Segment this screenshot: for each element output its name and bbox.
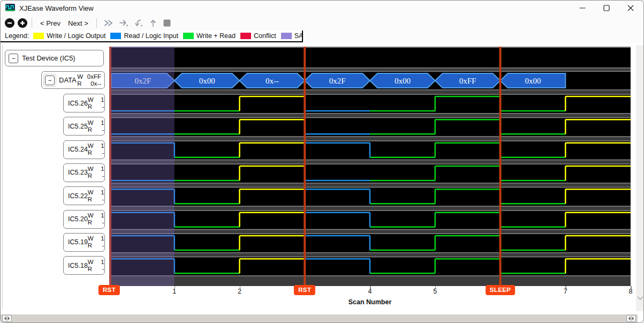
rst-marker-badge: RST	[99, 285, 120, 295]
h-resize-icon	[628, 316, 634, 321]
signal-label: IC5.19	[68, 238, 88, 246]
legend-bar: Legend: Write / Logic OutputRead / Logic…	[1, 31, 643, 43]
safe-scan-overlay	[109, 47, 175, 286]
axis-tick-label: 4	[362, 288, 378, 295]
fast-forward-icon[interactable]	[104, 19, 113, 27]
step-up-icon[interactable]	[149, 19, 157, 27]
signal-values: W1R-	[88, 235, 104, 249]
signal-box-IC5.24[interactable]: IC5.24W1R-	[63, 140, 105, 159]
collapse-device-button[interactable]: −	[9, 54, 18, 63]
signal-label: IC5.22	[68, 192, 88, 200]
close-button[interactable]	[618, 1, 642, 16]
bus-value: 0x2F	[329, 77, 346, 85]
signal-values: W1R-	[88, 119, 104, 133]
legend-item: SAFE scan	[281, 32, 303, 40]
axis-tick-label: 7	[557, 288, 573, 295]
legend-item-label: Write / Logic Output	[47, 32, 105, 40]
legend-item-label: Read / Logic Input	[124, 32, 178, 40]
waveform-canvas[interactable]: 0x2F0x000x--0x2F0x000xFF0x00	[109, 47, 631, 286]
signal-box-IC5.22[interactable]: IC5.22W1R-	[63, 186, 105, 205]
signal-box-IC5.20[interactable]: IC5.20W1R-	[63, 210, 105, 229]
legend-swatch	[281, 33, 292, 39]
axis-tick-label: 5	[427, 288, 443, 295]
signal-label: IC5.24	[68, 146, 88, 153]
horizontal-scrollbar[interactable]	[1, 314, 638, 322]
legend-item: Write / Logic Output	[33, 32, 105, 40]
legend-swatch	[183, 33, 194, 39]
bus-value: 0x00	[395, 77, 411, 85]
prev-button[interactable]: < Prev	[40, 19, 60, 27]
signal-box-IC5.26[interactable]: IC5.26W1R-	[63, 94, 105, 112]
legend-item-label: Conflict	[254, 32, 276, 40]
step-return-icon[interactable]	[134, 19, 143, 27]
app-window: XJEase Waveform View < Prev Next >	[0, 0, 644, 323]
signal-label: IC5.23	[68, 169, 88, 176]
legend-title: Legend:	[5, 32, 29, 40]
h-resize-icon	[4, 316, 10, 321]
toolbar-separator	[96, 18, 97, 28]
stop-icon[interactable]	[163, 19, 171, 27]
axis-tick-label: 1	[166, 288, 183, 295]
data-bus-node[interactable]: − DATA W0xFF R0x--	[41, 71, 105, 89]
maximize-button[interactable]	[594, 1, 618, 16]
signal-label: IC5.26	[68, 100, 88, 107]
signal-values: W1R-	[88, 166, 104, 179]
signal-values: W1R-	[88, 259, 104, 273]
zoom-in-button[interactable]	[18, 18, 27, 28]
axis-tick-label: 2	[232, 288, 248, 295]
toolbar-separator	[32, 18, 32, 28]
legend-swatch	[33, 33, 44, 39]
h-scroll-left-button[interactable]	[2, 315, 12, 322]
next-button[interactable]: Next >	[68, 19, 88, 27]
legend-box: Legend: Write / Logic OutputRead / Logic…	[1, 31, 303, 42]
step-over-icon[interactable]	[119, 19, 128, 27]
chevron-down-icon	[637, 296, 643, 301]
legend-item: Conflict	[240, 32, 276, 40]
title-bar: XJEase Waveform View	[1, 1, 643, 16]
signal-values: W1R-	[88, 189, 104, 203]
device-node[interactable]: − Test Device (IC5)	[5, 50, 104, 66]
signal-label: IC5.18	[68, 262, 88, 269]
bus-value: 0x--	[266, 77, 279, 85]
rst-marker-badge: RST	[294, 285, 315, 295]
legend-swatch	[110, 33, 121, 39]
signal-box-IC5.25[interactable]: IC5.25W1R-	[63, 117, 105, 136]
signal-box-IC5.18[interactable]: IC5.18W1R-	[63, 256, 105, 275]
device-label: Test Device (IC5)	[22, 54, 75, 62]
signal-box-IC5.23[interactable]: IC5.23W1R-	[63, 163, 105, 182]
bus-value: 0x00	[199, 77, 215, 85]
minimize-button[interactable]	[570, 1, 594, 16]
window-title: XJEase Waveform View	[19, 4, 94, 12]
app-icon	[5, 4, 15, 12]
vertical-scrollbar[interactable]	[636, 45, 644, 311]
signal-label: IC5.25	[68, 123, 88, 130]
legend-item-label: Write + Read	[196, 32, 236, 40]
bus-value: 0x00	[525, 77, 541, 85]
legend-item: Write + Read	[183, 32, 236, 40]
legend-item: Read / Logic Input	[110, 32, 178, 40]
data-bus-values: W0xFF R0x--	[77, 73, 101, 87]
sleep-marker-badge: SLEEP	[486, 285, 516, 295]
x-axis-label: Scan Number	[338, 298, 402, 306]
signal-values: W1R-	[88, 142, 104, 156]
signal-values: W1R-	[88, 96, 104, 110]
legend-swatch	[240, 33, 251, 39]
bus-value: 0xFF	[459, 77, 476, 85]
toolbar: < Prev Next >	[1, 16, 643, 31]
signal-label: IC5.20	[68, 215, 88, 223]
panel-divider	[2, 44, 3, 309]
zoom-out-button[interactable]	[5, 18, 14, 28]
signal-values: W1R-	[88, 212, 104, 226]
signal-box-IC5.19[interactable]: IC5.19W1R-	[63, 233, 105, 252]
legend-item-label: SAFE scan	[294, 32, 303, 40]
data-bus-label: DATA	[59, 76, 77, 84]
collapse-data-focus: −	[43, 74, 56, 87]
h-scroll-right-button[interactable]	[626, 315, 636, 322]
collapse-data-button[interactable]: −	[45, 76, 55, 85]
